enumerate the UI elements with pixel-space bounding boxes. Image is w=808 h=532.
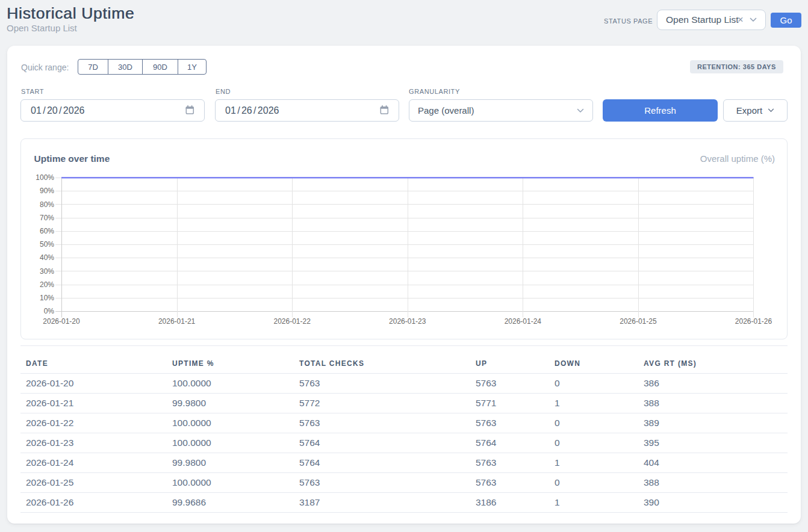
svg-text:2026-01-24: 2026-01-24	[505, 317, 542, 326]
svg-text:30%: 30%	[40, 267, 54, 276]
svg-text:90%: 90%	[40, 187, 54, 195]
svg-text:2026-01-21: 2026-01-21	[158, 317, 196, 326]
svg-text:70%: 70%	[40, 214, 54, 222]
svg-text:20%: 20%	[40, 280, 54, 289]
svg-text:80%: 80%	[40, 200, 54, 209]
svg-text:100%: 100%	[36, 173, 54, 182]
svg-text:50%: 50%	[40, 240, 54, 249]
svg-text:10%: 10%	[40, 294, 54, 302]
svg-text:40%: 40%	[40, 253, 54, 262]
svg-text:2026-01-22: 2026-01-22	[273, 317, 311, 326]
svg-text:Uptime over time: Uptime over time	[34, 153, 110, 164]
svg-text:0%: 0%	[44, 307, 55, 315]
svg-text:2026-01-20: 2026-01-20	[43, 317, 80, 326]
svg-text:2026-01-26: 2026-01-26	[735, 317, 772, 326]
svg-text:2026-01-25: 2026-01-25	[620, 317, 657, 326]
svg-text:Overall uptime (%): Overall uptime (%)	[700, 153, 775, 164]
svg-text:2026-01-23: 2026-01-23	[389, 317, 426, 326]
svg-text:60%: 60%	[40, 227, 54, 235]
